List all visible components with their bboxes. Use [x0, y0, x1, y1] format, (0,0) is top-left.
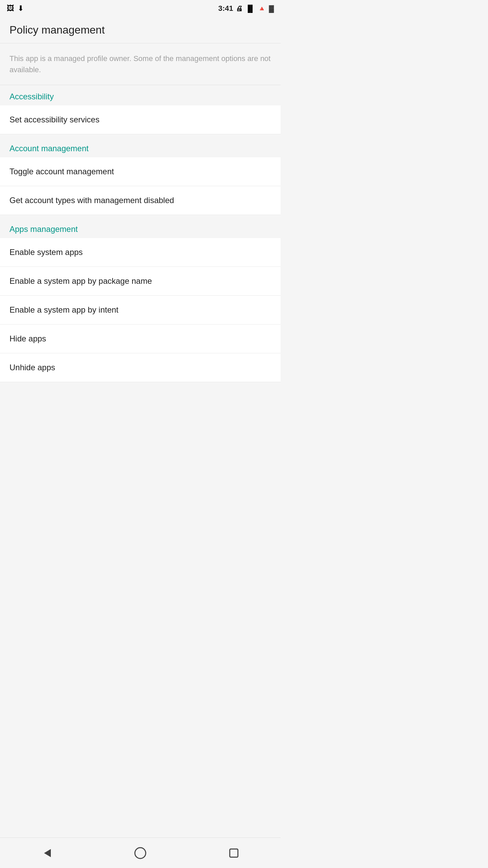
list-item-enable-system-apps-label: Enable system apps: [9, 248, 83, 257]
list-item-get-account-types-label: Get account types with management disabl…: [9, 196, 174, 205]
download-icon: ⬇: [18, 4, 24, 13]
page-title: Policy management: [9, 24, 271, 36]
status-bar-left: 🖼 ⬇: [7, 4, 24, 13]
page-title-bar: Policy management: [0, 17, 281, 43]
signal-icon: ▐▌: [245, 5, 255, 13]
content-area: Policy management This app is a managed …: [0, 17, 281, 413]
time-display: 3:41: [218, 4, 233, 13]
section-header-account-management: Account management: [0, 137, 281, 157]
list-item-unhide-apps[interactable]: Unhide apps: [0, 353, 281, 382]
list-item-unhide-apps-label: Unhide apps: [9, 363, 55, 372]
battery-icon: ▓: [269, 5, 274, 13]
section-header-account-management-label: Account management: [9, 144, 88, 153]
gallery-icon: 🖼: [7, 4, 14, 13]
section-header-apps-management: Apps management: [0, 218, 281, 238]
list-item-hide-apps-label: Hide apps: [9, 334, 46, 343]
info-section: This app is a managed profile owner. Som…: [0, 43, 281, 85]
section-header-accessibility: Accessibility: [0, 85, 281, 105]
info-text: This app is a managed profile owner. Som…: [9, 53, 271, 75]
list-item-set-accessibility-services[interactable]: Set accessibility services: [0, 105, 281, 134]
list-item-get-account-types[interactable]: Get account types with management disabl…: [0, 186, 281, 215]
list-item-enable-system-app-intent-label: Enable a system app by intent: [9, 305, 119, 314]
status-bar: 🖼 ⬇ 3:41 🖨 ▐▌ 🔺 ▓: [0, 0, 281, 17]
list-item-toggle-account-management[interactable]: Toggle account management: [0, 157, 281, 186]
list-item-enable-system-app-intent[interactable]: Enable a system app by intent: [0, 296, 281, 324]
status-bar-right: 3:41 🖨 ▐▌ 🔺 ▓: [218, 4, 274, 13]
section-header-accessibility-label: Accessibility: [9, 92, 54, 101]
list-item-hide-apps[interactable]: Hide apps: [0, 324, 281, 353]
wifi-icon: 🔺: [258, 4, 266, 13]
list-item-set-accessibility-services-label: Set accessibility services: [9, 115, 99, 124]
section-header-apps-management-label: Apps management: [9, 224, 78, 234]
printer-icon: 🖨: [236, 5, 243, 13]
list-item-enable-system-apps[interactable]: Enable system apps: [0, 238, 281, 267]
list-item-enable-system-app-package[interactable]: Enable a system app by package name: [0, 267, 281, 296]
list-item-enable-system-app-package-label: Enable a system app by package name: [9, 276, 152, 285]
list-item-toggle-account-management-label: Toggle account management: [9, 167, 114, 176]
